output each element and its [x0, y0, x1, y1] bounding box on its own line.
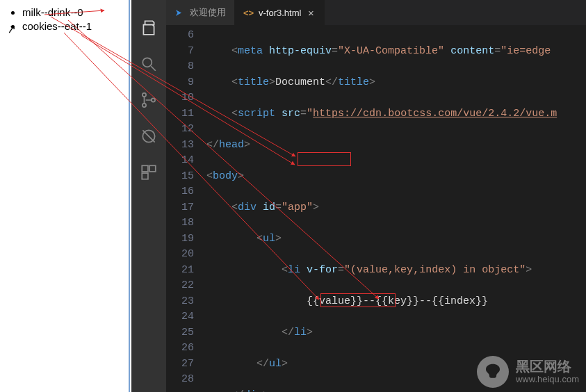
line-number: 22 [166, 278, 194, 294]
tab-vfor3[interactable]: <> v-for3.html × [235, 0, 325, 25]
line-number: 19 [166, 231, 194, 247]
close-icon[interactable]: × [306, 7, 316, 19]
line-number: 27 [166, 357, 194, 373]
svg-rect-9 [142, 173, 148, 179]
list-item: cookies--eat--1 [22, 19, 124, 33]
svg-point-0 [143, 58, 152, 67]
svg-point-2 [143, 93, 146, 97]
output-list: milk--drink--0 cookies--eat--1 [4, 6, 124, 33]
line-number: 7 [166, 44, 194, 60]
line-number: 21 [166, 263, 194, 279]
line-number: 9 [166, 75, 194, 91]
tab-label: 欢迎使用 [190, 6, 226, 19]
list-item: milk--drink--0 [22, 6, 124, 19]
line-number: 18 [166, 215, 194, 231]
line-number: 26 [166, 341, 194, 357]
line-number: 28 [166, 372, 194, 388]
code-editor[interactable]: 6789101112131415161718192021222324252627… [166, 25, 586, 392]
search-icon[interactable] [139, 54, 158, 74]
svg-point-3 [143, 104, 146, 107]
vscode-window: 欢迎使用 <> v-for3.html × 678910111213141516… [131, 0, 586, 392]
code-content[interactable]: <meta http-equiv="X-UA-Compatible" conte… [206, 25, 586, 392]
line-number: 24 [166, 309, 194, 325]
line-number: 25 [166, 325, 194, 341]
source-control-icon[interactable] [139, 90, 158, 110]
line-number: 10 [166, 90, 194, 106]
line-number-gutter: 6789101112131415161718192021222324252627… [166, 25, 206, 392]
code-angle-icon: <> [243, 8, 254, 18]
line-number: 13 [166, 138, 194, 154]
extensions-icon[interactable] [139, 163, 158, 182]
svg-point-4 [152, 98, 155, 101]
browser-output-panel: milk--drink--0 cookies--eat--1 ↖ [0, 0, 130, 392]
vscode-logo-icon [174, 8, 185, 18]
files-icon[interactable] [139, 18, 158, 38]
debug-icon[interactable] [139, 126, 158, 146]
line-number: 23 [166, 294, 194, 310]
line-number: 11 [166, 106, 194, 122]
line-number: 12 [166, 122, 194, 138]
line-number: 6 [166, 28, 194, 44]
svg-rect-8 [149, 165, 156, 172]
line-number: 16 [166, 184, 194, 200]
annotation-box-value [298, 152, 351, 166]
line-number: 8 [166, 59, 194, 75]
line-number: 14 [166, 153, 194, 169]
tab-welcome[interactable]: 欢迎使用 [166, 0, 235, 25]
tab-label: v-for3.html [259, 8, 301, 18]
activity-bar [131, 0, 166, 392]
line-number: 20 [166, 247, 194, 263]
line-number: 17 [166, 200, 194, 216]
tab-bar: 欢迎使用 <> v-for3.html × [166, 0, 586, 25]
svg-rect-7 [142, 165, 148, 172]
editor-area: 欢迎使用 <> v-for3.html × 678910111213141516… [166, 0, 586, 392]
svg-line-1 [151, 66, 156, 71]
line-number: 15 [166, 169, 194, 185]
